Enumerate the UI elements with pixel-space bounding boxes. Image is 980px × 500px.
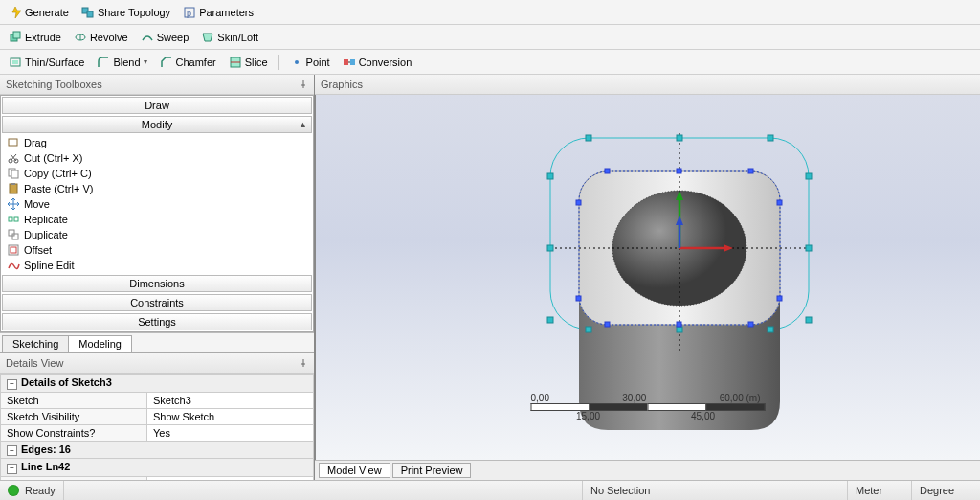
status-ready: Ready bbox=[25, 485, 56, 496]
slice-label: Slice bbox=[245, 57, 268, 68]
svg-rect-13 bbox=[350, 59, 355, 65]
thin-surface-button[interactable]: Thin/Surface bbox=[4, 54, 89, 71]
panel-settings[interactable]: Settings bbox=[2, 313, 312, 330]
svg-rect-14 bbox=[9, 139, 17, 146]
extrude-icon bbox=[9, 31, 22, 44]
conversion-button[interactable]: Conversion bbox=[338, 54, 417, 71]
replicate-icon bbox=[7, 213, 20, 226]
dropdown-icon: ▾ bbox=[144, 57, 147, 66]
panel-draw[interactable]: Draw bbox=[2, 97, 312, 114]
pin-icon[interactable] bbox=[299, 80, 308, 89]
panel-constraints[interactable]: Constraints bbox=[2, 294, 312, 311]
collapse-icon[interactable]: − bbox=[7, 445, 17, 456]
svg-rect-61 bbox=[748, 322, 753, 327]
generate-button[interactable]: Generate bbox=[4, 4, 74, 21]
scale-bar: 0,0030,0060,00 (m) 15,0045,00 bbox=[531, 394, 766, 421]
svg-rect-46 bbox=[806, 245, 812, 251]
svg-rect-49 bbox=[586, 327, 591, 332]
point-icon bbox=[290, 56, 303, 69]
point-button[interactable]: Point bbox=[285, 54, 335, 71]
chamfer-button[interactable]: Chamfer bbox=[155, 54, 221, 71]
svg-rect-52 bbox=[605, 169, 610, 173]
tab-model-view[interactable]: Model View bbox=[319, 463, 390, 478]
paste-icon bbox=[7, 182, 20, 195]
sketching-toolboxes-title: Sketching Toolboxes bbox=[6, 79, 102, 90]
share-topology-icon bbox=[81, 6, 95, 19]
svg-rect-47 bbox=[547, 317, 553, 323]
svg-rect-26 bbox=[11, 247, 16, 253]
details-view-header: Details View bbox=[0, 353, 314, 374]
row-sketch-val[interactable]: Sketch3 bbox=[147, 392, 314, 408]
revolve-button[interactable]: Revolve bbox=[69, 29, 133, 46]
panel-dimensions[interactable]: Dimensions bbox=[2, 275, 312, 292]
status-bar: Ready No Selection Meter Degree bbox=[0, 480, 980, 500]
details-line: Line Ln42 bbox=[21, 461, 70, 472]
cmd-move[interactable]: Move bbox=[3, 196, 311, 212]
svg-rect-21 bbox=[9, 217, 12, 221]
sweep-label: Sweep bbox=[157, 32, 189, 43]
cmd-copy[interactable]: Copy (Ctrl+ C) bbox=[3, 166, 311, 181]
row-constraints-key: Show Constraints? bbox=[1, 424, 147, 441]
pin-icon[interactable] bbox=[299, 358, 308, 368]
svg-rect-40 bbox=[586, 135, 591, 141]
cmd-paste[interactable]: Paste (Ctrl+ V) bbox=[3, 181, 311, 196]
status-unit-length: Meter bbox=[856, 485, 882, 496]
graphics-title: Graphics bbox=[321, 79, 363, 90]
svg-rect-51 bbox=[768, 327, 773, 332]
chamfer-label: Chamfer bbox=[176, 57, 216, 68]
status-unit-angle: Degree bbox=[920, 485, 954, 496]
thin-surface-icon bbox=[9, 56, 22, 69]
sweep-icon bbox=[141, 31, 154, 44]
parameters-button[interactable]: p Parameters bbox=[178, 4, 258, 21]
panel-modify[interactable]: Modify ▲ bbox=[2, 116, 312, 133]
tab-sketching[interactable]: Sketching bbox=[2, 335, 69, 352]
cmd-offset[interactable]: Offset bbox=[3, 242, 311, 258]
chamfer-icon bbox=[160, 56, 173, 69]
share-topology-button[interactable]: Share Topology bbox=[77, 4, 175, 21]
collapse-icon[interactable]: − bbox=[7, 464, 17, 474]
svg-rect-44 bbox=[806, 173, 812, 179]
extrude-button[interactable]: Extrude bbox=[4, 29, 66, 46]
details-section-header: Details of Sketch3 bbox=[21, 376, 112, 388]
svg-rect-18 bbox=[11, 170, 18, 178]
svg-rect-22 bbox=[14, 217, 18, 221]
collapse-icon[interactable]: − bbox=[7, 379, 17, 390]
skin-loft-button[interactable]: Skin/Loft bbox=[196, 29, 263, 46]
blend-icon bbox=[97, 56, 110, 69]
sweep-button[interactable]: Sweep bbox=[136, 29, 194, 46]
blend-button[interactable]: Blend ▾ bbox=[92, 54, 151, 71]
sketching-toolboxes-header: Sketching Toolboxes bbox=[0, 75, 314, 95]
tab-print-preview[interactable]: Print Preview bbox=[392, 463, 472, 478]
row-sketch-key: Sketch bbox=[1, 392, 147, 408]
svg-rect-5 bbox=[13, 32, 20, 38]
spline-edit-icon bbox=[7, 259, 20, 272]
tab-modeling[interactable]: Modeling bbox=[68, 335, 132, 352]
cmd-replicate[interactable]: Replicate bbox=[3, 212, 311, 227]
thin-surface-label: Thin/Surface bbox=[25, 57, 84, 68]
cmd-spline-edit[interactable]: Spline Edit bbox=[3, 258, 311, 273]
svg-rect-24 bbox=[12, 234, 18, 239]
cmd-drag[interactable]: Drag bbox=[3, 135, 311, 150]
copy-icon bbox=[7, 167, 20, 180]
svg-rect-23 bbox=[9, 230, 14, 236]
point-label: Point bbox=[306, 57, 330, 68]
row-visibility-val[interactable]: Show Sketch bbox=[147, 408, 314, 424]
cmd-duplicate[interactable]: Duplicate bbox=[3, 227, 311, 242]
revolve-icon bbox=[74, 31, 87, 44]
svg-text:p: p bbox=[187, 9, 191, 18]
graphics-header: Graphics bbox=[315, 75, 980, 95]
slice-button[interactable]: Slice bbox=[224, 54, 273, 71]
row-constraints-val[interactable]: Yes bbox=[147, 424, 314, 441]
blend-label: Blend bbox=[113, 57, 140, 68]
graphics-viewport[interactable]: 0,0030,0060,00 (m) 15,0045,00 bbox=[315, 95, 980, 460]
svg-rect-60 bbox=[677, 322, 681, 327]
svg-rect-50 bbox=[677, 327, 682, 332]
cmd-cut[interactable]: Cut (Ctrl+ X) bbox=[3, 150, 311, 166]
extrude-label: Extrude bbox=[25, 32, 61, 43]
generate-label: Generate bbox=[25, 7, 69, 18]
svg-rect-19 bbox=[10, 184, 17, 193]
skin-loft-label: Skin/Loft bbox=[217, 32, 258, 43]
slice-icon bbox=[229, 56, 242, 69]
conversion-icon bbox=[343, 56, 356, 69]
cut-icon bbox=[7, 151, 20, 165]
